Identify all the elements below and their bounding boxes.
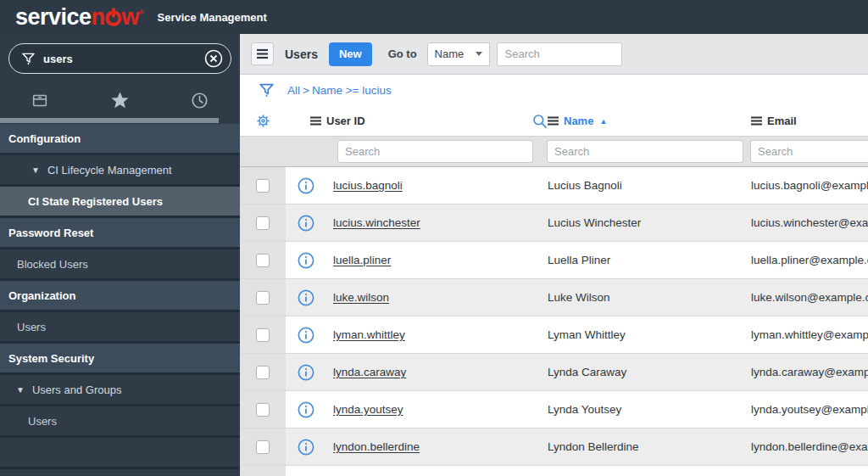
user-id-link[interactable]: lucius.winchester	[333, 216, 420, 229]
expanded-triangle-icon: ▼	[31, 165, 40, 175]
breadcrumb-all-link[interactable]: All	[287, 84, 300, 97]
user-id-link[interactable]: lynda.caraway	[333, 366, 406, 378]
user-email-cell: lynda.youtsey@example.com	[744, 403, 868, 416]
navigator-tabs	[0, 83, 240, 117]
personalize-list-gear-icon[interactable]	[255, 113, 271, 129]
tab-all-applications[interactable]	[0, 83, 80, 117]
row-checkbox[interactable]	[256, 179, 270, 193]
table-row: lyndon.bellerdine Lyndon Bellerdine lynd…	[240, 428, 868, 466]
history-clock-icon	[190, 91, 209, 110]
row-checkbox[interactable]	[256, 328, 270, 342]
navigator-scrollbar[interactable]	[0, 117, 240, 124]
sidebar-item-system-security[interactable]: System Security	[0, 344, 240, 375]
user-name-cell: Luella Pliner	[541, 254, 744, 266]
user-id-link[interactable]: lucius.bagnoli	[333, 179, 403, 192]
column-header-user-id[interactable]: User ID	[286, 115, 541, 127]
breadcrumb-funnel-icon[interactable]	[259, 82, 275, 98]
sidebar-item-password-reset[interactable]: Password Reset	[0, 218, 240, 249]
user-email-cell: luke.wilson@example.com	[744, 291, 868, 304]
sidebar-item-partial	[0, 438, 240, 469]
sidebar-item-users[interactable]: Users	[0, 312, 240, 344]
sidebar-item-users-and-groups[interactable]: ▼Users and Groups	[0, 375, 240, 406]
user-name-cell: Lucius Winchester	[541, 216, 744, 229]
tab-history[interactable]	[160, 83, 240, 117]
user-name-cell: Lynda Caraway	[541, 366, 744, 378]
table-row: lucius.winchester Lucius Winchester luci…	[240, 204, 868, 242]
info-icon[interactable]	[298, 177, 314, 194]
list-pane: Users New Go to Name All>Name >= lucius	[240, 34, 868, 476]
sidebar-item-ci-lifecycle-management[interactable]: ▼CI Lifecycle Management	[0, 155, 240, 187]
info-icon[interactable]	[298, 215, 314, 232]
clear-filter-icon[interactable]	[203, 48, 224, 69]
tab-favorites[interactable]	[80, 83, 159, 117]
row-info-cell	[286, 215, 326, 232]
user-id-link[interactable]: lynda.youtsey	[333, 403, 403, 416]
column-header-row: User ID Name ▲ Email	[240, 106, 868, 136]
product-name: Service Management	[158, 11, 267, 24]
column-menu-icon[interactable]	[751, 116, 762, 126]
table-row: lynda.youtsey Lynda Youtsey lynda.youtse…	[240, 391, 868, 428]
all-applications-box-icon	[31, 91, 49, 109]
new-button[interactable]: New	[329, 42, 372, 66]
column-header-name[interactable]: Name ▲	[541, 115, 744, 127]
user-id-link[interactable]: lyman.whittley	[333, 328, 405, 341]
logo-now-w: w	[122, 6, 140, 29]
info-icon[interactable]	[298, 289, 314, 306]
row-checkbox[interactable]	[256, 216, 270, 230]
user-id-link[interactable]: luella.pliner	[333, 254, 391, 266]
column-search-user-id[interactable]	[337, 140, 533, 163]
hamburger-icon	[256, 48, 269, 59]
column-search-row	[240, 136, 868, 167]
list-table: User ID Name ▲ Email	[240, 106, 868, 476]
favorites-star-icon	[109, 90, 131, 111]
column-menu-icon[interactable]	[548, 116, 559, 126]
sidebar-item-users[interactable]: Users	[0, 406, 240, 438]
row-checkbox[interactable]	[256, 403, 270, 417]
list-context-menu-button[interactable]	[251, 42, 274, 65]
list-search-icon[interactable]	[531, 113, 548, 133]
row-checkbox[interactable]	[256, 254, 270, 267]
row-select-cell	[240, 242, 286, 278]
row-select-cell	[240, 316, 286, 353]
row-select-cell	[240, 354, 286, 390]
sidebar-item-ci-state-registered-users[interactable]: CI State Registered Users	[0, 187, 240, 218]
info-icon[interactable]	[298, 401, 314, 418]
application-navigator: users Configuration▼CI Lifecycle Managem…	[0, 34, 240, 476]
goto-search-input[interactable]	[497, 42, 622, 66]
column-header-email[interactable]: Email	[744, 115, 868, 127]
goto-field-select[interactable]: Name	[427, 42, 490, 66]
user-name-cell: Lucius Bagnoli	[541, 179, 744, 192]
table-row: lucius.bagnoli Lucius Bagnoli lucius.bag…	[240, 167, 868, 204]
row-checkbox[interactable]	[256, 291, 270, 305]
row-checkbox[interactable]	[256, 440, 270, 454]
user-id-link[interactable]: luke.wilson	[333, 291, 389, 304]
expanded-triangle-icon: ▼	[16, 385, 25, 395]
row-info-cell	[286, 177, 326, 194]
info-icon[interactable]	[298, 252, 314, 269]
table-row-partial	[240, 466, 868, 476]
sidebar-item-blocked-users[interactable]: Blocked Users	[0, 249, 240, 281]
breadcrumb-separator: >	[303, 84, 309, 97]
info-icon[interactable]	[298, 439, 314, 456]
user-id-link[interactable]: lyndon.bellerdine	[333, 440, 420, 453]
servicenow-logo[interactable]: servicenw®	[15, 6, 144, 29]
table-row: lyman.whittley Lyman Whittley lyman.whit…	[240, 316, 868, 354]
navigator-filter-input[interactable]: users	[8, 43, 231, 74]
user-name-cell: Lynda Youtsey	[541, 403, 744, 416]
logo-service-text: service	[15, 6, 92, 29]
column-search-name[interactable]	[547, 140, 743, 163]
row-select-cell	[240, 167, 286, 204]
logo-power-o-icon	[104, 8, 123, 26]
row-select-cell	[240, 204, 286, 241]
info-icon[interactable]	[298, 327, 314, 344]
column-menu-icon[interactable]	[310, 116, 321, 126]
column-search-email[interactable]	[750, 140, 868, 163]
user-email-cell: luella.pliner@example.com	[744, 254, 868, 266]
breadcrumb-query-link[interactable]: Name >= lucius	[312, 84, 392, 97]
info-icon[interactable]	[298, 364, 314, 381]
row-info-cell	[286, 252, 326, 269]
navigator-filter-value: users	[43, 53, 203, 65]
sidebar-item-organization[interactable]: Organization	[0, 281, 240, 312]
row-checkbox[interactable]	[256, 366, 270, 379]
sidebar-item-configuration[interactable]: Configuration	[0, 124, 240, 155]
